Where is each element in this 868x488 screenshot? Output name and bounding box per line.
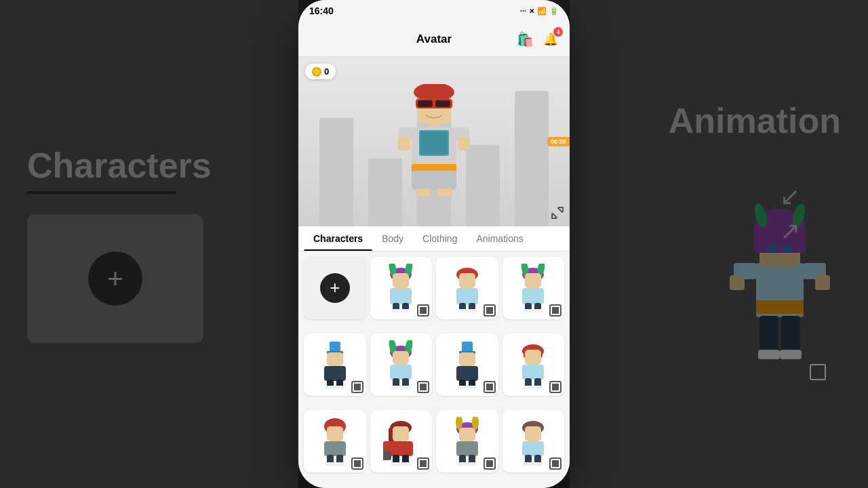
add-circle-icon: + (320, 273, 350, 303)
shopping-bag-icon[interactable]: 🛍️ (515, 30, 534, 49)
svg-rect-33 (458, 137, 470, 150)
coin-value: 0 (324, 66, 329, 77)
svg-rect-91 (522, 365, 544, 380)
pillar-5 (515, 91, 549, 226)
character-card-10[interactable] (436, 410, 498, 472)
character-card-4[interactable] (304, 333, 366, 396)
status-icons: ··· ✕ 📶 🔋 (520, 7, 559, 16)
char-thumbnail-1 (370, 257, 433, 319)
svg-rect-74 (393, 351, 409, 365)
svg-rect-45 (391, 309, 401, 312)
svg-rect-7 (768, 245, 777, 252)
svg-rect-80 (462, 342, 473, 352)
char-edit-icon-11 (549, 458, 561, 470)
timer-badge: 00:00 (547, 137, 570, 146)
char-thumbnail-10 (436, 410, 498, 472)
svg-rect-94 (524, 386, 533, 389)
bell-icon[interactable]: 🔔 4 (541, 30, 560, 49)
svg-rect-69 (326, 386, 335, 389)
svg-rect-22 (418, 100, 433, 107)
svg-rect-127 (524, 462, 533, 466)
svg-rect-9 (760, 316, 778, 353)
svg-rect-41 (393, 273, 409, 288)
svg-rect-52 (458, 309, 467, 312)
character-card-8[interactable] (304, 410, 366, 472)
tab-animations[interactable]: Animations (467, 226, 532, 251)
svg-rect-57 (525, 273, 541, 288)
char-edit-icon-2 (484, 304, 496, 317)
svg-rect-46 (401, 309, 410, 312)
mini-char-svg-10 (450, 417, 485, 466)
svg-rect-97 (327, 426, 343, 441)
svg-rect-34 (416, 188, 431, 197)
svg-rect-11 (758, 350, 780, 359)
svg-rect-49 (456, 288, 478, 304)
svg-rect-86 (458, 386, 467, 389)
mini-char-svg-11 (515, 417, 551, 466)
svg-rect-123 (525, 426, 541, 441)
character-card-6[interactable] (436, 333, 498, 396)
svg-rect-83 (456, 366, 478, 381)
char-thumbnail-7 (502, 333, 565, 396)
bg-left-panel: Characters + (0, 0, 298, 488)
svg-rect-107 (383, 441, 393, 452)
character-card-3[interactable] (502, 257, 565, 319)
character-card-1[interactable] (370, 257, 433, 319)
svg-rect-53 (467, 309, 477, 312)
bg-add-btn: + (88, 251, 142, 306)
add-character-card[interactable]: + (304, 257, 366, 319)
character-card-11[interactable] (502, 410, 565, 472)
svg-rect-15 (730, 275, 745, 290)
coin-icon (312, 67, 321, 77)
svg-rect-121 (467, 462, 477, 466)
char-edit-icon-7 (549, 381, 561, 393)
char-thumbnail-8 (304, 410, 366, 472)
pillar-1 (319, 118, 353, 226)
mini-char-svg-3 (515, 264, 551, 312)
header-icons: 🛍️ 🔔 4 (515, 30, 560, 49)
char-thumbnail-3 (502, 257, 565, 319)
svg-rect-66 (324, 366, 346, 381)
svg-rect-111 (391, 462, 401, 466)
svg-rect-101 (326, 462, 335, 466)
bg-right-avatar (719, 141, 841, 388)
svg-rect-23 (435, 100, 450, 107)
character-card-7[interactable] (502, 333, 565, 396)
char-edit-icon-10 (484, 458, 496, 470)
svg-rect-63 (330, 342, 340, 352)
svg-rect-87 (467, 386, 477, 389)
mini-char-svg-5 (383, 340, 418, 389)
svg-rect-124 (522, 441, 544, 456)
svg-rect-128 (533, 462, 542, 466)
svg-rect-82 (459, 352, 475, 366)
svg-rect-42 (390, 288, 412, 304)
bg-left-heading: Characters (27, 145, 212, 186)
expand-icon[interactable] (551, 206, 564, 221)
mini-char-svg-8 (317, 417, 353, 466)
svg-rect-102 (335, 462, 344, 466)
tab-characters[interactable]: Characters (304, 226, 372, 251)
character-card-5[interactable] (370, 333, 433, 396)
app-header: Avatar 🛍️ 🔔 4 (298, 22, 570, 57)
char-thumbnail-11 (502, 410, 565, 472)
tab-body[interactable]: Body (372, 226, 413, 251)
char-edit-icon-4 (351, 381, 363, 393)
char-edit-icon-8 (351, 458, 363, 470)
char-thumbnail-9 (370, 410, 433, 472)
svg-rect-1 (756, 300, 804, 314)
svg-rect-105 (393, 426, 409, 441)
mini-char-svg-9 (383, 417, 418, 466)
svg-rect-61 (524, 309, 533, 312)
main-content: 0 00:00 Characters Body Clothing Animati… (298, 57, 570, 488)
char-edit-icon-1 (417, 304, 429, 317)
status-time: 16:40 (309, 5, 334, 16)
character-card-2[interactable] (436, 257, 498, 319)
mini-char-svg-2 (450, 264, 485, 312)
char-edit-icon-5 (417, 381, 429, 393)
tab-clothing[interactable]: Clothing (413, 226, 467, 251)
bg-left-card: + (27, 214, 203, 343)
character-card-9[interactable] (370, 410, 433, 472)
svg-rect-58 (522, 288, 544, 304)
svg-rect-8 (783, 245, 792, 252)
header-title: Avatar (416, 33, 452, 46)
